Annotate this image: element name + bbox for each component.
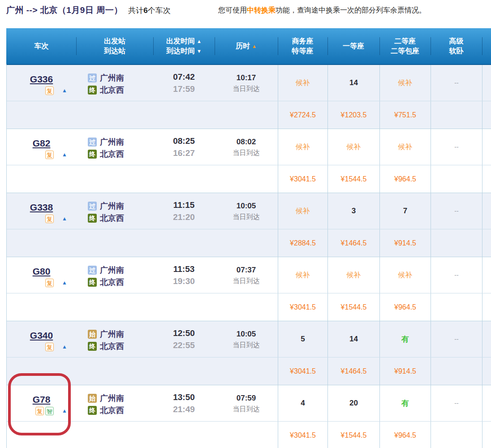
soft-sleeper-cell: -- <box>431 385 482 421</box>
departure-station: 广州南 <box>100 265 124 276</box>
waitlist-label[interactable]: 候补 <box>398 142 413 152</box>
train-cell: G338 复 ▲ <box>7 193 76 229</box>
waitlist-label[interactable]: 候补 <box>398 78 413 88</box>
col-label: 一等座 <box>343 41 364 51</box>
train-list-table: 车次 出发站 到达站 出发时间▲ 到达时间▼ 历时▲ 商务座 特等座 一等座 二… <box>6 28 491 448</box>
duration-value: 07:59 <box>237 392 256 404</box>
empty-cell <box>76 101 153 129</box>
price-value: ¥2884.5 <box>290 239 316 247</box>
sort-desc-icon[interactable]: ▼ <box>197 46 202 56</box>
sort-asc-icon[interactable]: ▲ <box>197 36 202 46</box>
waitlist-label[interactable]: 候补 <box>398 271 413 280</box>
price-value: ¥751.5 <box>394 111 416 119</box>
expand-arrow-icon[interactable]: ▲ <box>62 215 67 222</box>
soft-sleeper-cell: -- <box>431 257 482 293</box>
waitlist-label[interactable]: 候补 <box>347 271 361 280</box>
train-cell: G336 复 ▲ <box>7 65 76 101</box>
col-header-duration[interactable]: 历时▲ <box>215 28 278 64</box>
clipped-cell <box>482 321 491 357</box>
available-label: 有 <box>401 334 409 345</box>
train-code-link[interactable]: G82 <box>33 138 51 149</box>
train-code-link[interactable]: G80 <box>33 266 51 277</box>
departure-station: 广州南 <box>100 137 124 147</box>
empty-cell <box>7 358 76 385</box>
col-header-times[interactable]: 出发时间▲ 到达时间▼ <box>153 28 215 64</box>
expand-arrow-icon[interactable]: ▲ <box>62 344 67 350</box>
train-badges: 复 ▲ <box>7 215 76 223</box>
second-price-cell: ¥964.5 <box>379 422 431 448</box>
first-seat-cell: 3 <box>327 193 379 229</box>
clipped-cell <box>482 385 491 421</box>
expand-arrow-icon[interactable]: ▲ <box>62 87 67 94</box>
business-seat-cell: 候补 <box>278 257 327 293</box>
transfer-link[interactable]: 中转换乘 <box>247 6 276 14</box>
train-code-link[interactable]: G340 <box>30 330 53 341</box>
first-price-cell: ¥1544.5 <box>327 165 379 193</box>
first-seat-cell: 候补 <box>327 129 379 165</box>
table-body: G336 复 ▲ 过广州南 终北京西 07:42 17:59 10:17 当日到 <box>6 65 491 448</box>
train-cell: G82 复 ▲ <box>7 129 76 165</box>
waitlist-label[interactable]: 候补 <box>296 142 310 152</box>
soft-sleeper-cell: -- <box>431 129 482 165</box>
train-info-row: G338 复 ▲ 过广州南 终北京西 11:15 21:20 10:05 当日到 <box>7 193 491 229</box>
soft-sleeper-cell: -- <box>431 321 482 357</box>
clipped-cell <box>482 422 491 448</box>
waitlist-label[interactable]: 候补 <box>296 207 310 216</box>
times-cell: 11:53 19:30 <box>153 257 215 293</box>
arrival-day-note: 当日到达 <box>233 340 260 350</box>
seat-count: 14 <box>349 335 358 344</box>
col-label: 出发时间 <box>166 36 195 46</box>
business-seat-cell: 4 <box>278 385 327 421</box>
clipped-cell <box>482 358 491 385</box>
not-available-label: -- <box>454 271 458 279</box>
col-label: 商务座 <box>292 36 314 46</box>
arrival-station: 北京西 <box>100 149 124 159</box>
duration-cell: 07:59 当日到达 <box>215 385 278 421</box>
price-value: ¥1544.5 <box>341 175 367 183</box>
departure-station: 广州南 <box>100 201 124 211</box>
train-badges: 复 ▲ <box>7 343 76 351</box>
train-code-link[interactable]: G78 <box>33 394 51 405</box>
departure-station: 广州南 <box>100 73 124 83</box>
expand-arrow-icon[interactable]: ▲ <box>62 280 67 286</box>
waitlist-label[interactable]: 候补 <box>296 271 310 280</box>
waitlist-label[interactable]: 候补 <box>347 142 361 152</box>
arrival-day-note: 当日到达 <box>233 276 260 286</box>
second-seat-cell: 候补 <box>379 65 431 101</box>
business-seat-cell: 候补 <box>278 193 327 229</box>
sort-active-icon[interactable]: ▲ <box>252 41 257 51</box>
first-price-cell: ¥1544.5 <box>327 422 379 448</box>
departure-time: 07:42 <box>173 71 195 83</box>
train-code-link[interactable]: G338 <box>30 202 53 213</box>
empty-cell <box>153 165 215 193</box>
train-price-row: ¥2884.5 ¥1464.5 ¥914.5 <box>7 229 491 257</box>
departure-time: 11:15 <box>173 199 195 211</box>
second-price-cell: ¥964.5 <box>379 293 431 321</box>
waitlist-label[interactable]: 候补 <box>296 78 310 88</box>
empty-cell <box>431 422 482 448</box>
train-price-row: ¥2724.5 ¥1203.5 ¥751.5 <box>7 101 491 129</box>
business-price-cell: ¥2724.5 <box>278 101 327 129</box>
train-badges: 复 ▲ <box>7 279 76 287</box>
not-available-label: -- <box>454 143 458 151</box>
empty-cell <box>76 358 153 385</box>
first-seat-cell: 14 <box>327 65 379 101</box>
empty-cell <box>7 293 76 321</box>
train-block-g340: G340 复 ▲ 始广州南 终北京西 12:50 22:55 10:05 当日到 <box>7 321 491 385</box>
expand-arrow-icon[interactable]: ▲ <box>62 408 67 414</box>
train-code-link[interactable]: G336 <box>30 74 53 85</box>
duration-cell: 10:17 当日到达 <box>215 65 278 101</box>
expand-arrow-icon[interactable]: ▲ <box>62 151 67 158</box>
price-value: ¥3041.5 <box>290 303 316 311</box>
col-label: 到达时间 <box>166 46 195 56</box>
first-price-cell: ¥1203.5 <box>327 101 379 129</box>
fuxing-badge-icon: 复 <box>45 86 54 95</box>
fuxing-badge-icon: 复 <box>45 279 54 287</box>
empty-cell <box>7 422 76 448</box>
stations-cell: 过广州南 终北京西 <box>76 129 153 165</box>
table-header-row: 车次 出发站 到达站 出发时间▲ 到达时间▼ 历时▲ 商务座 特等座 一等座 二… <box>6 28 491 65</box>
count-prefix: 共计 <box>128 6 143 15</box>
seat-count: 5 <box>301 335 305 344</box>
fuxing-badge-icon: 复 <box>35 407 44 415</box>
fuxing-badge-icon: 复 <box>45 151 54 159</box>
